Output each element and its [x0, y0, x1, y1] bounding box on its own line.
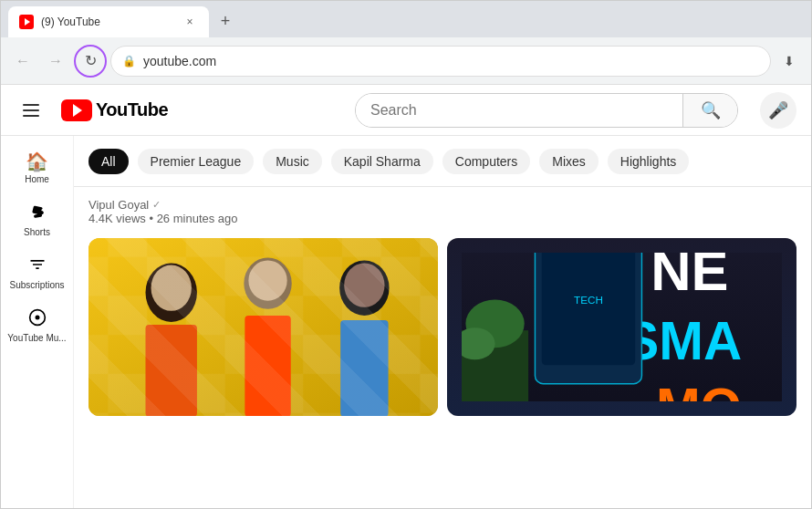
youtube-logo-icon	[61, 99, 92, 121]
dark-thumb-bg: NE SMA MO TEC	[447, 238, 796, 416]
reload-button[interactable]: ↻	[74, 45, 107, 78]
shorts-icon	[28, 203, 47, 223]
mic-button[interactable]: 🎤	[760, 92, 796, 129]
channel-name-row: Vipul Goyal ✓	[88, 198, 796, 212]
back-button[interactable]: ←	[8, 47, 37, 76]
youtube-music-icon	[28, 308, 47, 329]
svg-rect-3	[88, 238, 438, 416]
tab-favicon	[19, 15, 34, 29]
channel-name-text: Vipul Goyal	[88, 198, 149, 212]
svg-rect-7	[145, 325, 196, 416]
sidebar-item-shorts[interactable]: Shorts	[5, 193, 70, 243]
chip-kapil-sharma[interactable]: Kapil Sharma	[331, 149, 433, 174]
soccer-thumb-bg	[88, 238, 438, 416]
svg-text:MO: MO	[656, 378, 742, 401]
sidebar: 🏠 Home Shorts Subscriptions	[1, 136, 74, 508]
chip-computers[interactable]: Computers	[442, 149, 530, 174]
svg-text:NE: NE	[651, 253, 728, 302]
svg-text:TECH: TECH	[574, 294, 603, 306]
svg-point-6	[151, 265, 192, 310]
browser-frame: (9) YouTube × + ← → ↻ 🔒 youtube.com ⬇ Yo…	[0, 0, 812, 509]
chip-music[interactable]: Music	[263, 149, 322, 174]
verified-badge: ✓	[152, 199, 161, 211]
youtube-logo[interactable]: YouTube	[61, 99, 168, 121]
sidebar-item-youtube-music-label: YouTube Mu...	[7, 333, 66, 343]
main-content: All Premier League Music Kapil Sharma Co…	[74, 136, 811, 508]
mic-icon: 🎤	[768, 100, 788, 120]
svg-rect-10	[245, 316, 290, 416]
sidebar-item-subscriptions-label: Subscriptions	[9, 280, 64, 290]
chips-bar: All Premier League Music Kapil Sharma Co…	[74, 136, 811, 187]
sidebar-item-subscriptions[interactable]: Subscriptions	[5, 246, 70, 296]
svg-point-5	[145, 263, 196, 322]
home-icon: 🏠	[26, 152, 48, 171]
url-text: youtube.com	[143, 54, 759, 68]
tab-title: (9) YouTube	[41, 16, 174, 28]
svg-point-1	[35, 316, 39, 320]
sidebar-item-home[interactable]: 🏠 Home	[5, 143, 70, 190]
search-input[interactable]	[356, 94, 682, 127]
lock-icon: 🔒	[122, 55, 136, 68]
search-bar: 🔍	[355, 93, 738, 128]
chip-all[interactable]: All	[88, 149, 129, 174]
url-bar[interactable]: 🔒 youtube.com	[110, 46, 771, 77]
subscriptions-icon	[28, 255, 47, 276]
hamburger-menu[interactable]	[16, 97, 47, 124]
video-stats: 4.4K views • 26 minutes ago	[88, 212, 796, 225]
svg-point-12	[344, 263, 384, 306]
video-grid: NE SMA MO TEC	[88, 238, 796, 416]
tab-bar: (9) YouTube × +	[1, 1, 811, 37]
hamburger-line	[23, 115, 39, 117]
svg-rect-13	[340, 320, 388, 416]
svg-point-9	[248, 260, 286, 300]
youtube-app: YouTube 🔍 🎤 🏠 Home	[1, 85, 811, 508]
youtube-header: YouTube 🔍 🎤	[1, 85, 811, 136]
sidebar-item-home-label: Home	[25, 174, 49, 184]
new-tab-button[interactable]: +	[213, 8, 238, 34]
forward-button[interactable]: →	[41, 47, 70, 76]
video-thumb-soccer[interactable]	[88, 238, 438, 416]
svg-point-11	[339, 260, 389, 315]
search-button[interactable]: 🔍	[682, 94, 737, 127]
address-bar: ← → ↻ 🔒 youtube.com ⬇	[1, 37, 811, 85]
active-tab[interactable]: (9) YouTube ×	[8, 6, 209, 37]
youtube-logo-text: YouTube	[96, 99, 168, 120]
download-button[interactable]: ⬇	[775, 47, 804, 76]
sidebar-item-shorts-label: Shorts	[24, 227, 50, 237]
svg-point-8	[244, 257, 291, 308]
sidebar-item-youtube-music[interactable]: YouTube Mu...	[5, 299, 70, 348]
search-icon: 🔍	[701, 100, 721, 120]
tab-close-button[interactable]: ×	[182, 14, 198, 30]
chip-highlights[interactable]: Highlights	[608, 149, 689, 174]
youtube-body: 🏠 Home Shorts Subscriptions	[1, 136, 811, 508]
chip-premier-league[interactable]: Premier League	[138, 149, 255, 174]
hamburger-line	[23, 104, 39, 106]
svg-rect-4	[88, 238, 438, 416]
svg-rect-22	[542, 253, 635, 365]
hamburger-line	[23, 109, 39, 111]
video-thumb-tech[interactable]: NE SMA MO TEC	[447, 238, 796, 416]
chip-mixes[interactable]: Mixes	[539, 149, 599, 174]
video-info: Vipul Goyal ✓ 4.4K views • 26 minutes ag…	[88, 194, 796, 234]
content-area: Vipul Goyal ✓ 4.4K views • 26 minutes ag…	[74, 187, 811, 508]
